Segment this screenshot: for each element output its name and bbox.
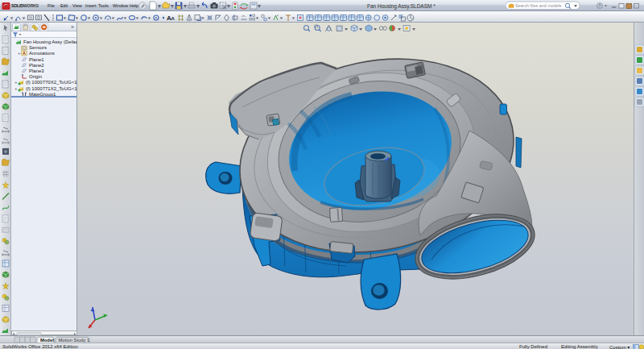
svg-text:A: A xyxy=(171,16,175,21)
svg-text:A: A xyxy=(23,51,26,56)
svg-text:Search files and models: Search files and models xyxy=(515,3,562,8)
svg-text:»: » xyxy=(71,24,74,30)
svg-text:?: ? xyxy=(598,3,601,8)
